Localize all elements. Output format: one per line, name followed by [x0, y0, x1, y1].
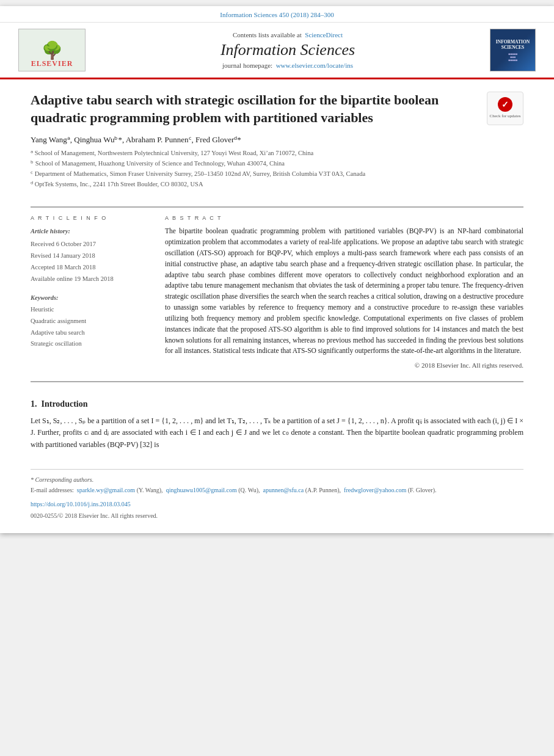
introduction-section: 1. Introduction Let S₁, S₂, . . . , Sₚ b… — [31, 399, 523, 451]
email-glover-person: (F. Glover). — [408, 487, 437, 493]
copyright-line: © 2018 Elsevier Inc. All rights reserved… — [165, 362, 523, 369]
keywords-label: Keywords: — [31, 293, 153, 304]
aff-c: ᶜ Department of Mathematics, Simon Frase… — [31, 169, 481, 180]
badge-checkmark: ✓ — [501, 100, 509, 110]
section-divider — [31, 381, 523, 382]
doi-link[interactable]: https://doi.org/10.1016/j.ins.2018.03.04… — [31, 501, 131, 507]
journal-volume-link[interactable]: Information Sciences 450 (2018) 284–300 — [220, 11, 333, 18]
authors-text: Yang Wangᵃ, Qinghua Wuᵇ*, Abraham P. Pun… — [31, 135, 241, 144]
keyword-2: Quadratic assignment — [31, 316, 153, 327]
email-wang[interactable]: sparkle.wy@gmail.com — [77, 487, 135, 493]
article-info-heading: A R T I C L E I N F O — [31, 215, 153, 221]
badge-icon: ✓ — [498, 97, 512, 112]
keyword-3: Adaptive tabu search — [31, 327, 153, 339]
contents-label: Contents lists available at — [233, 31, 302, 38]
email-wu[interactable]: qinghuawu1005@gmail.com — [166, 487, 237, 493]
aff-d-text: ᵈ OptTek Systems, Inc., 2241 17th Street… — [31, 180, 203, 190]
aff-b-text: ᵇ School of Management, Huazhong Univers… — [31, 159, 285, 169]
email-punnen-person: (A.P. Punnen), — [305, 487, 341, 493]
tree-icon: 🌳 — [42, 42, 63, 59]
elsevier-brand: ELSEVIER — [31, 59, 73, 68]
history-label: Article history: — [31, 226, 153, 238]
intro-heading: 1. Introduction — [31, 399, 523, 409]
email-punnen[interactable]: apunnen@sfu.ca — [263, 487, 304, 493]
article-info-abstract: A R T I C L E I N F O Article history: R… — [31, 215, 523, 369]
section-number: 1. — [31, 399, 37, 409]
logo-subtitle: ■■■■■■■■■■■■■ — [508, 53, 517, 62]
received-date: Received 6 October 2017 — [31, 239, 153, 250]
footnote-area: * Corresponding authors. E-mail addresse… — [31, 469, 523, 521]
title-row: Adaptive tabu search with strategic osci… — [31, 92, 523, 199]
journal-center: Contents lists available at ScienceDirec… — [92, 31, 484, 69]
abstract-column: A B S T R A C T The bipartite boolean qu… — [165, 215, 523, 369]
check-updates-label: Check for updates — [490, 114, 521, 119]
intro-text: Let S₁, S₂, . . . , Sₚ be a partition of… — [31, 416, 523, 448]
abstract-text: The bipartite boolean quadratic programm… — [165, 226, 523, 357]
doi-line: https://doi.org/10.1016/j.ins.2018.03.04… — [31, 499, 523, 509]
title-col: Adaptive tabu search with strategic osci… — [31, 92, 481, 199]
keywords-block: Keywords: Heuristic Quadratic assignment… — [31, 293, 153, 350]
top-bar: Information Sciences 450 (2018) 284–300 — [0, 6, 554, 23]
email-glover[interactable]: fredwglover@yahoo.com — [344, 487, 406, 493]
accepted-date: Accepted 18 March 2018 — [31, 262, 153, 274]
keyword-1: Heuristic — [31, 304, 153, 316]
homepage-link[interactable]: www.elsevier.com/locate/ins — [276, 62, 353, 69]
article-history: Article history: Received 6 October 2017… — [31, 226, 153, 285]
revised-date: Revised 14 January 2018 — [31, 250, 153, 262]
main-divider — [31, 206, 523, 208]
homepage-line: journal homepage: www.elsevier.com/locat… — [92, 62, 484, 69]
email-wu-person: (Q. Wu), — [238, 487, 260, 493]
main-content: Adaptive tabu search with strategic osci… — [0, 79, 554, 533]
corresponding-note: * Corresponding authors. — [31, 474, 523, 485]
aff-d: ᵈ OptTek Systems, Inc., 2241 17th Street… — [31, 180, 481, 190]
logo-title: INFORMATIONSCIENCES — [496, 39, 530, 50]
contents-available-line: Contents lists available at ScienceDirec… — [92, 31, 484, 38]
article-title: Adaptive tabu search with strategic osci… — [31, 92, 481, 126]
keyword-4: Strategic oscillation — [31, 338, 153, 350]
article-info-column: A R T I C L E I N F O Article history: R… — [31, 215, 153, 369]
section-title: Introduction — [42, 399, 88, 409]
email-line: E-mail addresses: sparkle.wy@gmail.com (… — [31, 485, 523, 495]
journal-header: 🌳 ELSEVIER Contents lists available at S… — [0, 23, 554, 79]
aff-b: ᵇ School of Management, Huazhong Univers… — [31, 159, 481, 169]
intro-paragraph: Let S₁, S₂, . . . , Sₚ be a partition of… — [31, 415, 523, 451]
available-online-date: Available online 19 March 2018 — [31, 274, 153, 285]
elsevier-logo: 🌳 ELSEVIER — [18, 29, 86, 71]
abstract-heading: A B S T R A C T — [165, 215, 523, 221]
issn-line: 0020-0255/© 2018 Elsevier Inc. All right… — [31, 511, 523, 521]
info-sciences-logo: INFORMATIONSCIENCES ■■■■■■■■■■■■■ — [490, 29, 536, 71]
authors-line: Yang Wangᵃ, Qinghua Wuᵇ*, Abraham P. Pun… — [31, 135, 481, 145]
check-updates-badge: ✓ Check for updates — [487, 92, 523, 125]
email-label: E-mail addresses: — [31, 487, 74, 493]
journal-title: Information Sciences — [92, 41, 484, 59]
affiliations: ᵃ School of Management, Northwestern Pol… — [31, 148, 481, 189]
sciencedirect-link[interactable]: ScienceDirect — [305, 31, 343, 38]
aff-a-text: ᵃ School of Management, Northwestern Pol… — [31, 148, 313, 159]
homepage-label: journal homepage: — [222, 62, 272, 69]
aff-a: ᵃ School of Management, Northwestern Pol… — [31, 148, 481, 159]
email-wang-person: (Y. Wang), — [137, 487, 163, 493]
aff-c-text: ᶜ Department of Mathematics, Simon Frase… — [31, 169, 365, 180]
